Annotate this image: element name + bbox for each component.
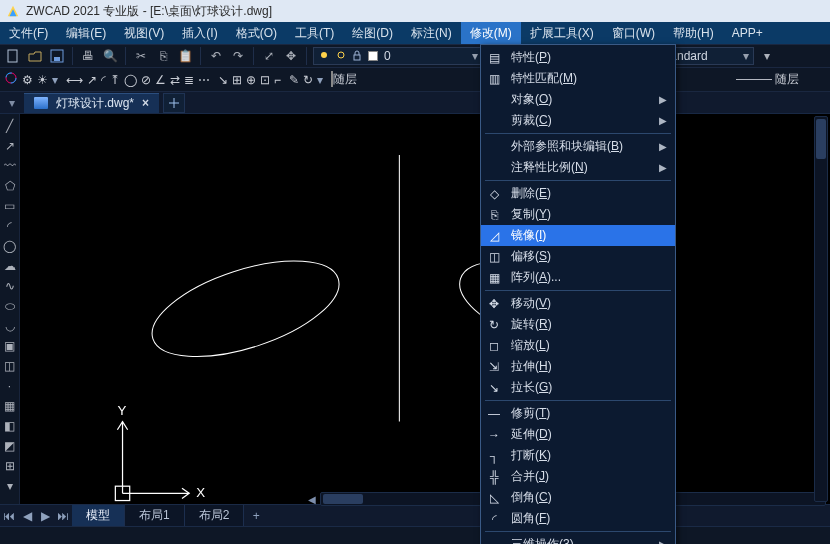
copy-icon[interactable]: ⎘ xyxy=(154,47,172,65)
menu-item[interactable]: 标注(N) xyxy=(402,22,461,44)
xline-icon[interactable]: ↗ xyxy=(2,138,18,154)
color-wheel-icon[interactable] xyxy=(4,71,18,88)
preview-icon[interactable]: 🔍 xyxy=(101,47,119,65)
menu-item[interactable]: 剪裁(C)▶ xyxy=(481,110,675,131)
jog-icon[interactable]: ⌐ xyxy=(274,73,281,87)
edit-dim-icon[interactable]: ✎ xyxy=(289,73,299,87)
menu-item[interactable]: ▥特性匹配(M) xyxy=(481,68,675,89)
gradient-icon[interactable]: ◧ xyxy=(2,418,18,434)
layout-tab[interactable]: 模型 xyxy=(72,505,125,527)
menu-item[interactable]: ◻缩放(L) xyxy=(481,335,675,356)
menu-item[interactable]: ◺倒角(C) xyxy=(481,487,675,508)
menu-item[interactable]: ◇删除(E) xyxy=(481,183,675,204)
dim-arc-icon[interactable]: ◜ xyxy=(101,73,106,87)
tab-prev-icon[interactable]: ◀ xyxy=(18,507,36,525)
make-block-icon[interactable]: ◫ xyxy=(2,358,18,374)
menu-item[interactable]: ↻旋转(R) xyxy=(481,314,675,335)
tab-first-icon[interactable]: ⏮ xyxy=(0,507,18,525)
menu-item[interactable]: ◜圆角(F) xyxy=(481,508,675,529)
menu-item[interactable]: 视图(V) xyxy=(115,22,173,44)
menu-item[interactable]: 绘图(D) xyxy=(343,22,402,44)
modify-menu-dropdown[interactable]: ▤特性(P)▥特性匹配(M)对象(O)▶剪裁(C)▶外部参照和块编辑(B)▶注释… xyxy=(480,44,676,544)
menu-item[interactable]: ⇲拉伸(H) xyxy=(481,356,675,377)
menu-item[interactable]: 文件(F) xyxy=(0,22,57,44)
close-icon[interactable]: × xyxy=(142,96,149,110)
paste-icon[interactable]: 📋 xyxy=(176,47,194,65)
add-layout-button[interactable]: + xyxy=(244,509,268,523)
menu-item[interactable]: 注释性比例(N)▶ xyxy=(481,157,675,178)
menu-item[interactable]: APP+ xyxy=(723,22,772,44)
dim-radius-icon[interactable]: ◯ xyxy=(124,73,137,87)
linetype-combo[interactable]: ——— 随层 xyxy=(736,71,826,88)
document-tab[interactable]: 灯球设计.dwg* × xyxy=(24,93,159,113)
layout-tab[interactable]: 布局2 xyxy=(185,505,245,527)
gear-icon[interactable]: ⚙ xyxy=(22,73,33,87)
menu-item[interactable]: ◿镜像(I) xyxy=(481,225,675,246)
cut-icon[interactable]: ✂ xyxy=(132,47,150,65)
open-icon[interactable] xyxy=(26,47,44,65)
rectangle-icon[interactable]: ▭ xyxy=(2,198,18,214)
pan-icon[interactable]: ✥ xyxy=(282,47,300,65)
save-icon[interactable] xyxy=(48,47,66,65)
menu-item[interactable]: —修剪(T) xyxy=(481,403,675,424)
sun-toggle-icon[interactable]: ☀ xyxy=(37,73,48,87)
menu-item[interactable]: 窗口(W) xyxy=(603,22,664,44)
dim-update-icon[interactable]: ↻ xyxy=(303,73,313,87)
menu-item[interactable]: 三维操作(3)▶ xyxy=(481,534,675,544)
center-icon[interactable]: ⊕ xyxy=(246,73,256,87)
tab-scroll-left-icon[interactable]: ▾ xyxy=(4,96,20,110)
menu-item[interactable]: 外部参照和块编辑(B)▶ xyxy=(481,136,675,157)
menu-item[interactable]: ┐打断(K) xyxy=(481,445,675,466)
menu-item[interactable]: 格式(O) xyxy=(227,22,286,44)
dim-linear-icon[interactable]: ⟷ xyxy=(66,73,83,87)
toolbar-overflow-icon[interactable]: ▾ xyxy=(758,47,776,65)
menu-item[interactable]: 扩展工具(X) xyxy=(521,22,603,44)
menu-item[interactable]: ◫偏移(S) xyxy=(481,246,675,267)
print-icon[interactable]: 🖶 xyxy=(79,47,97,65)
table-icon[interactable]: ⊞ xyxy=(2,458,18,474)
tab-next-icon[interactable]: ▶ xyxy=(36,507,54,525)
menu-item[interactable]: 工具(T) xyxy=(286,22,343,44)
line-icon[interactable]: ╱ xyxy=(2,118,18,134)
ellipse-icon[interactable]: ⬭ xyxy=(2,298,18,314)
overflow-icon[interactable]: ▾ xyxy=(2,478,18,494)
menu-item[interactable]: ✥移动(V) xyxy=(481,293,675,314)
menu-item[interactable]: ╬合并(J) xyxy=(481,466,675,487)
dim-ord-icon[interactable]: ⤒ xyxy=(110,73,120,87)
zoom-icon[interactable]: ⤢ xyxy=(260,47,278,65)
menu-item[interactable]: 编辑(E) xyxy=(57,22,115,44)
dim-quick-icon[interactable]: ⇄ xyxy=(170,73,180,87)
new-icon[interactable] xyxy=(4,47,22,65)
color-combo[interactable]: 随层 xyxy=(331,71,401,88)
arc-icon[interactable]: ◜ xyxy=(2,218,18,234)
menu-item[interactable]: ▦阵列(A)... xyxy=(481,267,675,288)
new-tab-button[interactable] xyxy=(163,93,185,113)
chevron-down-icon[interactable]: ▾ xyxy=(52,73,58,87)
dim-diameter-icon[interactable]: ⊘ xyxy=(141,73,151,87)
menu-item[interactable]: ↘拉长(G) xyxy=(481,377,675,398)
scrollbar-thumb[interactable] xyxy=(323,494,363,504)
menu-bar[interactable]: 文件(F)编辑(E)视图(V)插入(I)格式(O)工具(T)绘图(D)标注(N)… xyxy=(0,22,830,44)
scroll-left-icon[interactable]: ◀ xyxy=(305,493,319,505)
menu-item[interactable]: ⎘复制(Y) xyxy=(481,204,675,225)
drawing-canvas[interactable]: X Y xyxy=(20,114,830,522)
region-icon[interactable]: ◩ xyxy=(2,438,18,454)
hatch-icon[interactable]: ▦ xyxy=(2,398,18,414)
ellipse-arc-icon[interactable]: ◡ xyxy=(2,318,18,334)
scrollbar-thumb[interactable] xyxy=(816,119,826,159)
circle-icon[interactable]: ◯ xyxy=(2,238,18,254)
leader-icon[interactable]: ↘ xyxy=(218,73,228,87)
dim-aligned-icon[interactable]: ↗ xyxy=(87,73,97,87)
tolerance-icon[interactable]: ⊞ xyxy=(232,73,242,87)
chevron-down-icon[interactable]: ▾ xyxy=(317,73,323,87)
undo-icon[interactable]: ↶ xyxy=(207,47,225,65)
redo-icon[interactable]: ↷ xyxy=(229,47,247,65)
dim-baseline-icon[interactable]: ≣ xyxy=(184,73,194,87)
dim-angle-icon[interactable]: ∠ xyxy=(155,73,166,87)
polygon-icon[interactable]: ⬠ xyxy=(2,178,18,194)
insert-block-icon[interactable]: ▣ xyxy=(2,338,18,354)
spline-icon[interactable]: ∿ xyxy=(2,278,18,294)
revcloud-icon[interactable]: ☁ xyxy=(2,258,18,274)
layout-tab[interactable]: 布局1 xyxy=(125,505,185,527)
polyline-icon[interactable]: 〰 xyxy=(2,158,18,174)
